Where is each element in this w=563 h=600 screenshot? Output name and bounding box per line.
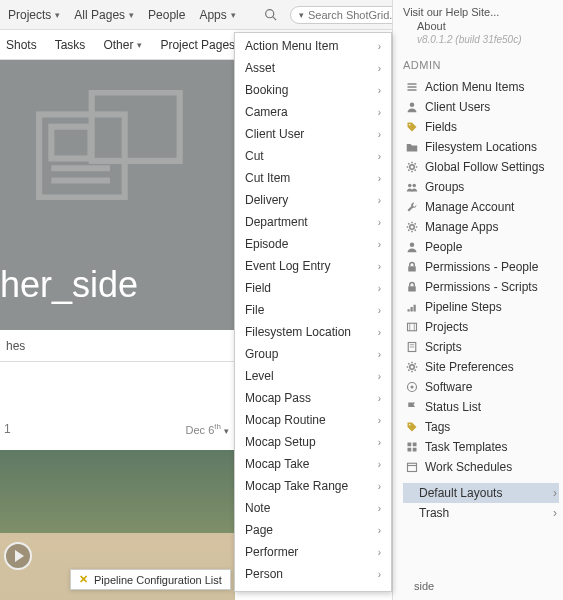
project-tab[interactable]: hes <box>0 330 235 362</box>
subnav-other[interactable]: Other ▾ <box>103 38 142 52</box>
svg-rect-10 <box>408 89 417 91</box>
admin-footer-item[interactable]: Default Layouts› <box>403 483 559 503</box>
entity-menu-item[interactable]: Event Log Entry› <box>235 255 391 277</box>
admin-item[interactable]: Manage Apps <box>403 217 559 237</box>
admin-item[interactable]: Status List <box>403 397 559 417</box>
chevron-right-icon: › <box>378 415 381 426</box>
chevron-right-icon: › <box>378 437 381 448</box>
entity-menu-item[interactable]: Group› <box>235 343 391 365</box>
entity-menu-item[interactable]: Episode› <box>235 233 391 255</box>
subnav-shots[interactable]: Shots <box>6 38 37 52</box>
chevron-right-icon: › <box>378 239 381 250</box>
admin-item[interactable]: Permissions - Scripts <box>403 277 559 297</box>
steps-icon <box>405 300 419 314</box>
admin-item[interactable]: Projects <box>403 317 559 337</box>
search-icon <box>262 7 278 23</box>
chevron-right-icon: › <box>378 63 381 74</box>
admin-item[interactable]: Work Schedules <box>403 457 559 477</box>
admin-item[interactable]: People <box>403 237 559 257</box>
admin-item[interactable]: Scripts <box>403 337 559 357</box>
entity-menu-item[interactable]: Mocap Pass› <box>235 387 391 409</box>
entity-menu-item[interactable]: Department› <box>235 211 391 233</box>
chevron-right-icon: › <box>553 506 557 520</box>
svg-point-31 <box>411 386 414 389</box>
entity-menu-item[interactable]: Phase› <box>235 585 391 592</box>
topnav-projects[interactable]: Projects ▾ <box>8 8 60 22</box>
admin-item[interactable]: Tags <box>403 417 559 437</box>
entity-menu-item[interactable]: Page› <box>235 519 391 541</box>
entity-menu-item[interactable]: Mocap Take Range› <box>235 475 391 497</box>
admin-item[interactable]: Global Follow Settings <box>403 157 559 177</box>
chevron-right-icon: › <box>378 107 381 118</box>
entity-menu-item[interactable]: Performer› <box>235 541 391 563</box>
admin-item[interactable]: Client Users <box>403 97 559 117</box>
svg-rect-9 <box>408 86 417 88</box>
chevron-right-icon: › <box>378 173 381 184</box>
svg-rect-23 <box>408 323 417 331</box>
trailing-text: side <box>414 580 434 592</box>
admin-item[interactable]: Fields <box>403 117 559 137</box>
admin-panel: Visit our Help Site... About v8.0.1.2 (b… <box>392 0 563 600</box>
svg-rect-35 <box>408 448 412 452</box>
entity-menu-item[interactable]: Mocap Setup› <box>235 431 391 453</box>
topnav: Projects ▾ All Pages ▾ People Apps ▾ <box>8 8 236 22</box>
chevron-right-icon: › <box>378 349 381 360</box>
entity-menu-item[interactable]: Note› <box>235 497 391 519</box>
admin-item[interactable]: Groups <box>403 177 559 197</box>
entity-menu-item[interactable]: Booking› <box>235 79 391 101</box>
script-icon <box>405 340 419 354</box>
grid-icon <box>405 440 419 454</box>
play-button[interactable] <box>4 542 32 570</box>
topnav-apps[interactable]: Apps ▾ <box>199 8 235 22</box>
topnav-allpages[interactable]: All Pages ▾ <box>74 8 134 22</box>
entity-menu-item[interactable]: Filesystem Location› <box>235 321 391 343</box>
entity-menu-item[interactable]: Field› <box>235 277 391 299</box>
entity-menu-item[interactable]: Delivery› <box>235 189 391 211</box>
admin-item[interactable]: Software <box>403 377 559 397</box>
lock-icon <box>405 280 419 294</box>
entity-menu-item[interactable]: Asset› <box>235 57 391 79</box>
chevron-right-icon: › <box>378 327 381 338</box>
admin-item[interactable]: Site Preferences <box>403 357 559 377</box>
entity-menu-item[interactable]: Person› <box>235 563 391 585</box>
tag-icon <box>405 120 419 134</box>
entity-menu-item[interactable]: Level› <box>235 365 391 387</box>
topnav-allpages-label: All Pages <box>74 8 125 22</box>
tag-icon <box>405 420 419 434</box>
admin-item[interactable]: Filesystem Locations <box>403 137 559 157</box>
entity-menu-item[interactable]: Mocap Take› <box>235 453 391 475</box>
chevron-down-icon: ▾ <box>137 40 142 50</box>
help-link[interactable]: Visit our Help Site... <box>403 6 559 18</box>
entity-menu-item[interactable]: Mocap Routine› <box>235 409 391 431</box>
people-icon <box>405 180 419 194</box>
admin-footer-item[interactable]: Trash› <box>403 503 559 523</box>
svg-point-14 <box>408 184 411 187</box>
admin-item[interactable]: Permissions - People <box>403 257 559 277</box>
admin-item[interactable]: Pipeline Steps <box>403 297 559 317</box>
admin-item[interactable]: Task Templates <box>403 437 559 457</box>
svg-point-15 <box>413 184 416 187</box>
svg-rect-36 <box>413 448 417 452</box>
subnav-tasks[interactable]: Tasks <box>55 38 86 52</box>
topnav-people[interactable]: People <box>148 8 185 22</box>
about-link[interactable]: About <box>403 20 559 32</box>
project-title: her_side <box>0 264 138 306</box>
entity-menu-item[interactable]: Cut Item› <box>235 167 391 189</box>
entity-menu-item[interactable]: Action Menu Item› <box>235 35 391 57</box>
svg-rect-33 <box>408 443 412 447</box>
chevron-right-icon: › <box>378 481 381 492</box>
subnav-project-pages[interactable]: Project Pages ▾ <box>160 38 244 52</box>
entity-type-menu[interactable]: Action Menu Item›Asset›Booking›Camera›Cl… <box>234 32 392 592</box>
date-label: Dec 6th ▾ <box>186 422 229 436</box>
svg-rect-34 <box>413 443 417 447</box>
entity-menu-item[interactable]: Client User› <box>235 123 391 145</box>
admin-item[interactable]: Manage Account <box>403 197 559 217</box>
list-icon <box>405 80 419 94</box>
entity-menu-item[interactable]: File› <box>235 299 391 321</box>
topnav-apps-label: Apps <box>199 8 226 22</box>
wrench-icon <box>405 200 419 214</box>
admin-item[interactable]: Action Menu Items <box>403 77 559 97</box>
entity-menu-item[interactable]: Cut› <box>235 145 391 167</box>
pipeline-config-list-flyout[interactable]: ✕ Pipeline Configuration List <box>70 569 231 590</box>
entity-menu-item[interactable]: Camera› <box>235 101 391 123</box>
